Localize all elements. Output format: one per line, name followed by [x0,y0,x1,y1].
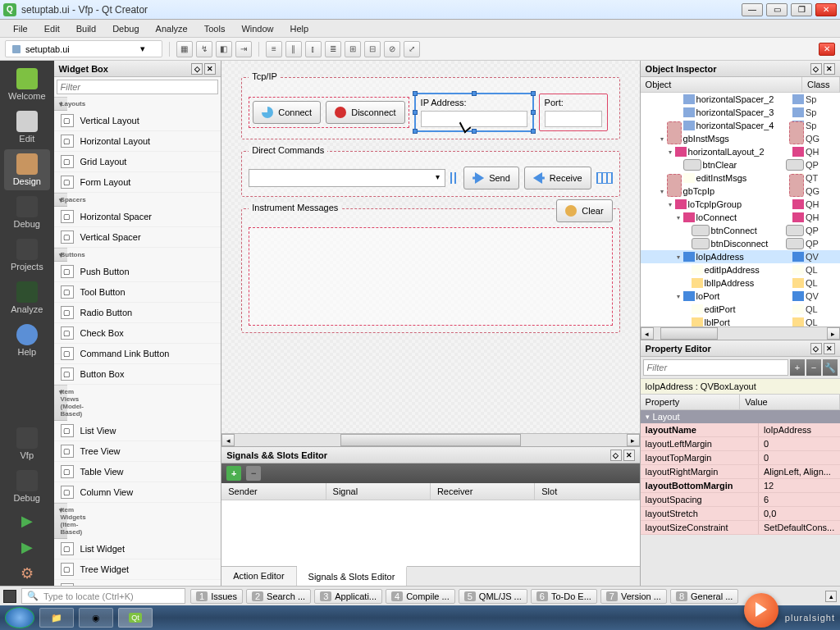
widget-group-layouts[interactable]: Layouts [54,97,67,111]
window-restore-button[interactable]: ▭ [766,3,788,16]
tree-row[interactable]: lblPortQL [641,316,840,326]
connect-button[interactable]: Connect [253,101,321,124]
locator-input[interactable]: 🔍 Type to locate (Ctrl+K) [21,588,185,604]
widget-item[interactable]: ▢Tree Widget [54,559,221,580]
disconnect-button[interactable]: Disconnect [326,101,404,124]
sigslots-col[interactable]: Sender [221,483,326,500]
widget-item[interactable]: ▢Push Button [54,262,221,282]
sigslots-float-icon[interactable]: ◇ [610,450,622,461]
tree-row[interactable]: btnConnectQP [641,224,840,237]
run-debug-button[interactable]: ▶ [11,535,43,559]
window-max-button[interactable]: ❐ [791,3,812,16]
menu-debug[interactable]: Debug [104,22,147,35]
tool-signals-icon[interactable]: ↯ [196,41,212,57]
objinsp-close-icon[interactable]: ✕ [824,63,835,75]
window-close-button[interactable]: ✕ [815,3,837,16]
output-pane-button[interactable]: 5QML/JS ... [459,589,527,604]
play-overlay-icon[interactable] [744,593,778,628]
signals-slots-table[interactable]: SenderSignalReceiverSlot [221,483,639,566]
widget-item[interactable]: ▢List Widget [54,539,221,559]
widget-group-item-widgets-item-based-[interactable]: Item Widgets (Item-Based) [54,503,67,539]
mode-projects[interactable]: Projects [4,235,50,276]
widget-item[interactable]: ▢Check Box [54,323,221,344]
build-button[interactable]: ⚙ [11,561,43,586]
menu-edit[interactable]: Edit [36,22,68,35]
prop-config-icon[interactable]: 🔧 [823,359,838,376]
widget-item[interactable]: ▢Column View [54,482,221,503]
groupbox-tcpip[interactable]: Tcp/IP Connect Disconnect IP Address: [241,77,619,139]
tree-row[interactable]: ▾loTcpIpGroupQH [641,198,840,211]
property-row[interactable]: layoutTopMargin0 [641,451,840,465]
widget-item[interactable]: ▢Button Box [54,364,221,385]
widget-item[interactable]: ▢Radio Button [54,303,221,323]
clear-button[interactable]: Clear [556,199,612,222]
tool-tab-icon[interactable]: ⇥ [235,41,252,57]
port-input[interactable] [545,111,602,127]
objinsp-hscrollbar[interactable]: ◂▸ [641,326,840,340]
ip-address-input[interactable] [421,111,527,127]
object-tree[interactable]: horizontalSpacer_2SphorizontalSpacer_3Sp… [641,93,840,326]
prop-add-icon[interactable]: + [790,359,805,376]
widget-group-item-views-model-based-[interactable]: Item Views (Model-Based) [54,385,67,421]
menu-analyze[interactable]: Analyze [148,22,196,35]
window-min-button[interactable]: — [742,3,763,16]
taskbar-chrome-button[interactable]: ◉ [79,608,113,628]
send-button[interactable]: Send [463,167,519,189]
tree-row[interactable]: ▾gbTcpIpQG [641,185,840,198]
menu-build[interactable]: Build [68,22,104,35]
widget-box-list[interactable]: Layouts▢Vertical Layout▢Horizontal Layou… [54,97,221,586]
tool-form-icon[interactable]: ⊟ [364,41,381,57]
groupbox-inst-msgs[interactable]: Instrument Messages Clear [241,208,619,333]
tool-vsplit-icon[interactable]: ≣ [325,41,341,57]
output-pane-button[interactable]: 2Search ... [246,589,311,604]
property-row[interactable]: layoutBottomMargin12 [641,479,840,493]
messages-textarea[interactable] [249,227,612,326]
property-row[interactable]: layoutLeftMargin0 [641,437,840,451]
propeditor-close-icon[interactable]: ✕ [824,343,835,354]
tree-row[interactable]: btnClearQP [641,158,840,171]
sigslots-close-icon[interactable]: ✕ [623,450,635,461]
output-pane-button[interactable]: 8General ... [670,589,738,604]
tool-break-icon[interactable]: ⊘ [384,41,400,57]
widget-item[interactable]: ▢Table View [54,462,221,482]
taskbar-qtcreator-button[interactable]: Qt [118,608,153,628]
property-filter-input[interactable] [643,359,788,376]
objinsp-col-class[interactable]: Class [802,77,840,92]
widget-group-buttons[interactable]: Buttons [54,248,67,262]
output-pane-button[interactable]: 6To-Do E... [531,589,597,604]
propeditor-float-icon[interactable]: ◇ [810,343,822,354]
property-row[interactable]: layoutSizeConstraintSetDefaultCons... [641,521,840,535]
mode-welcome[interactable]: Welcome [4,64,50,105]
canvas-hscrollbar[interactable]: ◂▸ [221,433,639,446]
layout-loconnect[interactable]: Connect Disconnect [249,97,409,128]
widget-item[interactable]: ▢Tool Button [54,282,221,303]
add-connection-button[interactable]: + [226,466,241,481]
widget-item[interactable]: ▢Tree View [54,441,221,462]
tree-row[interactable]: horizontalSpacer_2Sp [641,93,840,106]
menu-tools[interactable]: Tools [196,22,234,35]
widget-item[interactable]: ▢Vertical Spacer [54,227,221,248]
groupbox-direct-commands[interactable]: Direct Commands Send Receive [241,151,619,197]
tool-vlayout-icon[interactable]: ∥ [285,41,302,57]
open-file-dropdown[interactable]: setuptab.ui ▾ [5,40,162,57]
form-canvas[interactable]: Tcp/IP Connect Disconnect IP Address: [221,61,639,433]
property-row[interactable]: layoutNameloIpAddress [641,423,840,437]
sigslots-col[interactable]: Slot [535,483,639,500]
widget-box-close-icon[interactable]: ✕ [204,63,216,75]
tree-row[interactable]: horizontalSpacer_3Sp [641,106,840,119]
property-row[interactable]: layoutSpacing6 [641,493,840,507]
property-row[interactable]: layoutStretch0,0 [641,507,840,521]
tool-hsplit-icon[interactable]: ⫿ [305,41,322,57]
tree-row[interactable]: lblIpAddressQL [641,276,840,290]
menu-file[interactable]: File [5,22,36,35]
objinsp-float-icon[interactable]: ◇ [810,63,822,75]
widget-box-float-icon[interactable]: ◇ [191,63,203,75]
tree-row[interactable]: ▾loConnectQH [641,211,840,224]
output-pane-button[interactable]: 1Issues [190,589,243,604]
tool-buddy-icon[interactable]: ◧ [216,41,232,57]
property-row[interactable]: layoutRightMarginAlignLeft, Align... [641,465,840,479]
start-button[interactable] [5,607,34,628]
menu-window[interactable]: Window [233,22,281,35]
widget-item[interactable]: ▢Table Widget [54,580,221,586]
tool-hlayout-icon[interactable]: ≡ [266,41,282,57]
